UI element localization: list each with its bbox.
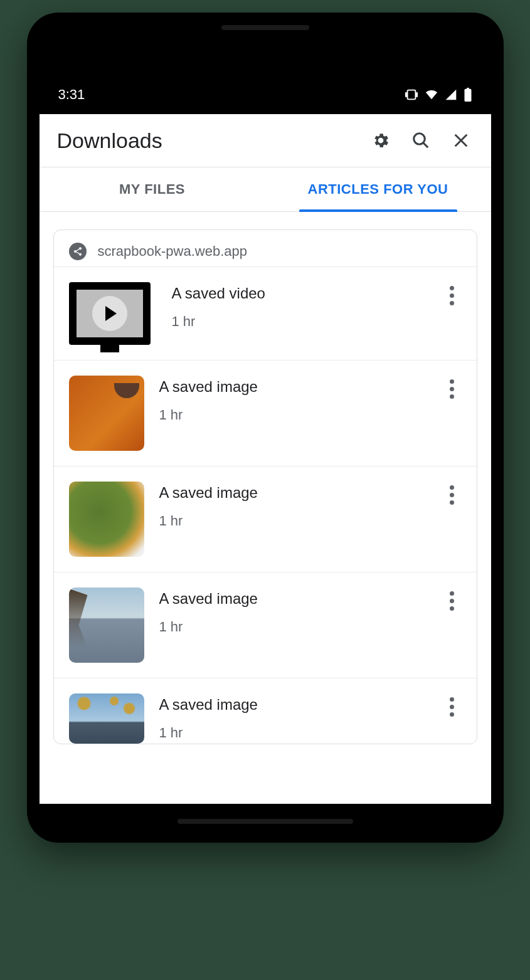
list-item[interactable]: A saved image 1 hr (54, 678, 477, 744)
card-header: scrapbook-pwa.web.app (54, 230, 477, 266)
signal-icon (445, 88, 457, 101)
play-icon (92, 296, 127, 331)
svg-point-6 (79, 253, 82, 256)
phone-frame: 3:31 Downloads (27, 13, 504, 843)
item-time: 1 hr (159, 619, 443, 635)
tabs: MY FILES ARTICLES FOR YOU (40, 167, 491, 212)
item-body: A saved image 1 hr (144, 376, 443, 423)
item-title: A saved image (159, 696, 443, 714)
speaker-icon (221, 25, 309, 30)
more-button[interactable] (443, 282, 462, 305)
status-icons (405, 88, 472, 102)
svg-line-8 (76, 252, 79, 254)
list-item[interactable]: A saved image 1 hr (54, 360, 477, 466)
item-time: 1 hr (172, 313, 443, 330)
source-label: scrapbook-pwa.web.app (98, 243, 247, 260)
svg-point-0 (413, 134, 425, 145)
app-header: Downloads (40, 114, 491, 167)
item-title: A saved image (159, 484, 443, 502)
svg-point-4 (79, 247, 82, 250)
item-body: A saved image 1 hr (144, 587, 443, 635)
list-item[interactable]: A saved image 1 hr (54, 572, 477, 678)
thumbnail (69, 587, 144, 663)
more-button[interactable] (443, 376, 462, 399)
kebab-icon (450, 286, 454, 290)
item-time: 1 hr (159, 725, 443, 741)
thumbnail (69, 482, 144, 557)
thumbnail (69, 376, 144, 451)
share-icon (69, 243, 87, 260)
page-title: Downloads (57, 129, 353, 153)
kebab-icon (450, 591, 454, 596)
battery-icon (464, 88, 472, 102)
speaker-icon (178, 819, 353, 824)
thumbnail (69, 282, 157, 345)
wifi-icon (425, 88, 438, 102)
item-body: A saved image 1 hr (144, 693, 443, 741)
articles-card: scrapbook-pwa.web.app A saved video (53, 229, 477, 744)
video-icon (69, 282, 151, 345)
status-bar: 3:31 (40, 36, 491, 114)
search-icon (411, 131, 430, 150)
gear-icon (371, 131, 390, 150)
list-item[interactable]: A saved image 1 hr (54, 466, 477, 572)
kebab-icon (450, 485, 454, 490)
item-time: 1 hr (159, 513, 443, 529)
more-button[interactable] (443, 693, 462, 717)
svg-line-1 (423, 143, 428, 148)
svg-line-7 (76, 249, 79, 251)
thumbnail (69, 693, 144, 744)
app-screen: Downloads MY FILES ARTICLES FOR YOU (40, 114, 491, 804)
content-area: scrapbook-pwa.web.app A saved video (40, 212, 491, 744)
more-button[interactable] (443, 482, 462, 505)
item-body: A saved image 1 hr (144, 482, 443, 529)
vibrate-icon (405, 88, 418, 102)
list-item[interactable]: A saved video 1 hr (54, 266, 477, 360)
tab-my-files[interactable]: MY FILES (40, 167, 265, 211)
tab-articles-for-you[interactable]: ARTICLES FOR YOU (265, 167, 491, 211)
status-time: 3:31 (58, 87, 85, 103)
close-button[interactable] (448, 128, 474, 153)
svg-point-5 (74, 250, 77, 253)
item-time: 1 hr (159, 407, 443, 423)
settings-button[interactable] (368, 128, 393, 153)
phone-screen: 3:31 Downloads (40, 25, 491, 830)
item-title: A saved video (172, 285, 443, 302)
item-body: A saved video 1 hr (157, 282, 443, 330)
search-button[interactable] (408, 128, 433, 153)
kebab-icon (450, 379, 454, 384)
item-title: A saved image (159, 378, 443, 396)
item-title: A saved image (159, 590, 443, 608)
close-icon (452, 132, 470, 149)
more-button[interactable] (443, 587, 462, 611)
kebab-icon (450, 697, 454, 702)
